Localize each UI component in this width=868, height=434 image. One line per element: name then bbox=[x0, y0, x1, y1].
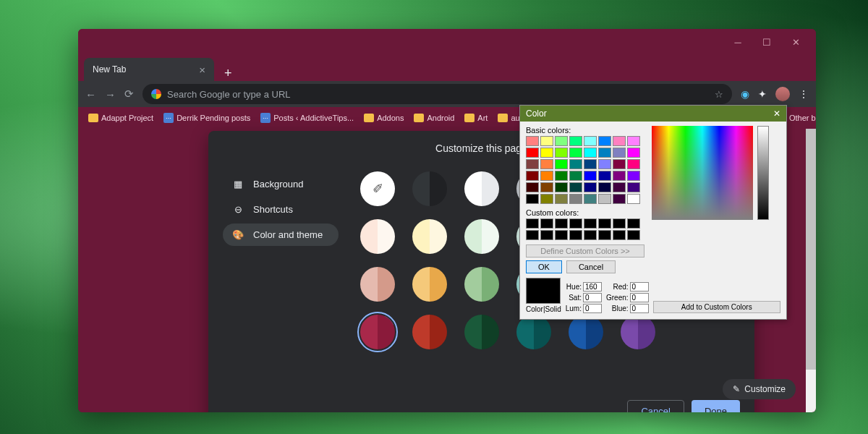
custom-color-cell[interactable] bbox=[540, 218, 553, 229]
basic-color-cell[interactable] bbox=[613, 171, 626, 181]
basic-color-cell[interactable] bbox=[598, 171, 611, 181]
basic-color-cell[interactable] bbox=[627, 194, 640, 204]
custom-color-cell[interactable] bbox=[540, 230, 553, 240]
omnibox[interactable]: Search Google or type a URL ☆ bbox=[142, 84, 732, 104]
basic-color-cell[interactable] bbox=[613, 159, 626, 169]
color-swatch[interactable] bbox=[412, 171, 447, 206]
maximize-button[interactable]: ☐ bbox=[752, 32, 781, 52]
basic-color-cell[interactable] bbox=[598, 136, 611, 146]
color-swatch[interactable] bbox=[621, 315, 655, 349]
reload-icon[interactable]: ⟳ bbox=[124, 88, 134, 101]
sidebar-item-color[interactable]: 🎨 Color and theme bbox=[223, 224, 339, 246]
color-swatch[interactable] bbox=[464, 171, 499, 206]
color-swatch[interactable] bbox=[569, 315, 603, 349]
basic-color-cell[interactable] bbox=[569, 148, 582, 158]
new-tab-button[interactable]: + bbox=[214, 66, 242, 81]
minimize-button[interactable]: ─ bbox=[723, 32, 752, 52]
color-swatch[interactable] bbox=[464, 267, 499, 302]
custom-color-cell[interactable] bbox=[569, 230, 582, 240]
basic-color-cell[interactable] bbox=[613, 136, 626, 146]
basic-color-cell[interactable] bbox=[569, 194, 582, 204]
basic-color-cell[interactable] bbox=[569, 159, 582, 169]
basic-color-cell[interactable] bbox=[526, 171, 539, 181]
close-window-button[interactable]: ✕ bbox=[781, 32, 810, 52]
color-swatch[interactable] bbox=[516, 315, 551, 349]
basic-color-cell[interactable] bbox=[627, 148, 640, 158]
basic-color-cell[interactable] bbox=[613, 148, 626, 158]
back-icon[interactable]: ← bbox=[85, 88, 96, 101]
basic-color-cell[interactable] bbox=[598, 182, 611, 192]
bookmark-item[interactable]: Addons bbox=[361, 114, 407, 122]
scrollbar[interactable] bbox=[806, 129, 816, 412]
basic-color-cell[interactable] bbox=[627, 171, 640, 181]
basic-color-cell[interactable] bbox=[540, 182, 553, 192]
basic-color-cell[interactable] bbox=[555, 159, 568, 169]
color-swatch[interactable] bbox=[412, 219, 447, 254]
luminance-slider[interactable] bbox=[757, 126, 769, 220]
basic-color-cell[interactable] bbox=[569, 136, 582, 146]
color-swatch[interactable] bbox=[360, 267, 395, 302]
cancel-button[interactable]: Cancel bbox=[627, 400, 684, 412]
custom-color-cell[interactable] bbox=[627, 218, 640, 229]
basic-color-cell[interactable] bbox=[627, 182, 640, 192]
basic-color-cell[interactable] bbox=[598, 148, 611, 158]
add-custom-button[interactable]: Add to Custom Colors bbox=[653, 301, 780, 313]
blue-input[interactable] bbox=[630, 304, 649, 313]
custom-color-cell[interactable] bbox=[555, 230, 568, 240]
basic-color-cell[interactable] bbox=[584, 159, 597, 169]
forward-icon[interactable]: → bbox=[105, 88, 116, 101]
lum-input[interactable] bbox=[583, 304, 602, 313]
basic-color-cell[interactable] bbox=[613, 182, 626, 192]
basic-color-cell[interactable] bbox=[627, 136, 640, 146]
bookmark-item[interactable]: ⋯Posts ‹ AddictiveTips... bbox=[258, 113, 357, 123]
basic-color-cell[interactable] bbox=[526, 194, 539, 204]
green-input[interactable] bbox=[630, 293, 649, 302]
basic-color-cell[interactable] bbox=[613, 194, 626, 204]
bookmark-item[interactable]: Adappt Project bbox=[85, 114, 156, 122]
red-input[interactable] bbox=[630, 282, 649, 292]
basic-color-cell[interactable] bbox=[627, 159, 640, 169]
basic-color-cell[interactable] bbox=[584, 171, 597, 181]
eyedropper-swatch[interactable]: ✐ bbox=[360, 171, 395, 206]
basic-color-cell[interactable] bbox=[584, 182, 597, 192]
basic-color-cell[interactable] bbox=[540, 148, 553, 158]
color-swatch[interactable] bbox=[360, 219, 395, 254]
basic-color-cell[interactable] bbox=[584, 148, 597, 158]
basic-color-cell[interactable] bbox=[584, 194, 597, 204]
define-custom-button[interactable]: Define Custom Colors >> bbox=[526, 244, 644, 258]
sidebar-item-shortcuts[interactable]: ⊖ Shortcuts bbox=[223, 198, 339, 221]
color-spectrum[interactable] bbox=[652, 126, 753, 220]
done-button[interactable]: Done bbox=[692, 400, 740, 412]
custom-color-cell[interactable] bbox=[613, 218, 626, 229]
basic-color-cell[interactable] bbox=[555, 194, 568, 204]
basic-color-cell[interactable] bbox=[540, 159, 553, 169]
custom-color-cell[interactable] bbox=[598, 230, 611, 240]
profile-avatar[interactable] bbox=[775, 87, 790, 101]
basic-color-cell[interactable] bbox=[526, 159, 539, 169]
basic-color-cell[interactable] bbox=[540, 136, 553, 146]
tab-new-tab[interactable]: New Tab × bbox=[84, 58, 214, 81]
extensions-icon[interactable]: ✦ bbox=[758, 88, 767, 100]
customize-button[interactable]: ✎ Customize bbox=[723, 379, 796, 399]
hue-input[interactable] bbox=[583, 282, 602, 292]
basic-color-cell[interactable] bbox=[540, 194, 553, 204]
basic-color-cell[interactable] bbox=[569, 171, 582, 181]
custom-color-cell[interactable] bbox=[569, 218, 582, 229]
color-swatch[interactable] bbox=[464, 315, 499, 349]
color-swatch[interactable] bbox=[464, 219, 499, 254]
custom-color-cell[interactable] bbox=[613, 230, 626, 240]
bookmark-item[interactable]: Art bbox=[461, 114, 490, 122]
custom-color-cell[interactable] bbox=[526, 230, 539, 240]
sidebar-item-background[interactable]: ▦ Background bbox=[223, 173, 339, 195]
custom-color-cell[interactable] bbox=[584, 230, 597, 240]
close-icon[interactable]: ✕ bbox=[773, 109, 780, 119]
extension-icon[interactable]: ◉ bbox=[741, 88, 749, 100]
sat-input[interactable] bbox=[583, 293, 602, 302]
bookmark-item[interactable]: Android bbox=[411, 114, 457, 122]
star-icon[interactable]: ☆ bbox=[715, 89, 723, 100]
basic-color-cell[interactable] bbox=[555, 182, 568, 192]
custom-color-cell[interactable] bbox=[584, 218, 597, 229]
color-swatch[interactable] bbox=[412, 315, 447, 349]
custom-color-cell[interactable] bbox=[627, 230, 640, 240]
basic-color-cell[interactable] bbox=[540, 171, 553, 181]
